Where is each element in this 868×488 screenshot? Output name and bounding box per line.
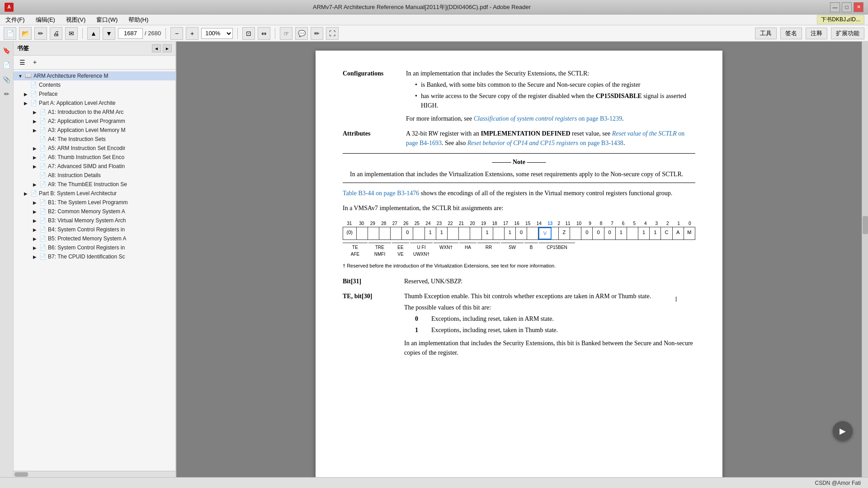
tree-item-a6[interactable]: ▶ 📄 A6: Thumb Instruction Set Enco <box>14 153 175 162</box>
bit-num-8: 8 <box>595 220 607 227</box>
tree-item-contents[interactable]: ▶ 📄 Contents <box>14 80 175 89</box>
bookmark-panel-btn[interactable]: 🔖 <box>1 45 12 56</box>
extensions-button[interactable]: 扩展功能 <box>831 28 864 39</box>
fit-page-button[interactable]: ⊡ <box>242 27 255 40</box>
expand-icon-a5[interactable]: ▶ <box>32 145 38 151</box>
float-scroll-button[interactable]: ▶ <box>833 421 853 441</box>
tree-item-a2[interactable]: ▶ 📄 A2: Application Level Programm <box>14 117 175 126</box>
menu-edit[interactable]: 编辑(E) <box>34 15 57 25</box>
sidebar-add-btn[interactable]: ＋ <box>30 57 40 67</box>
expand-icon-a6[interactable]: ▶ <box>32 154 38 160</box>
tree-item-b5[interactable]: ▶ 📄 B5: Protected Memory System A <box>14 234 175 243</box>
expand-icon-preface[interactable]: ▶ <box>23 91 29 97</box>
expand-icon-a9[interactable]: ▶ <box>32 181 38 188</box>
expand-icon-b7[interactable]: ▶ <box>32 253 38 260</box>
configurations-content: In an implementation that includes the S… <box>406 69 695 123</box>
menu-view[interactable]: 视图(V) <box>64 15 87 25</box>
next-page-button[interactable]: ▼ <box>103 27 115 40</box>
fullscreen-button[interactable]: ⛶ <box>326 27 339 40</box>
edit-button[interactable]: ✏ <box>34 27 47 40</box>
menu-help[interactable]: 帮助(H) <box>127 15 150 25</box>
bit-num-1: 1 <box>673 220 684 227</box>
zoom-in-button[interactable]: + <box>186 27 198 40</box>
expand-icon-root[interactable]: ▼ <box>17 73 24 79</box>
minimize-button[interactable]: — <box>830 2 840 12</box>
sidebar-expand-btn[interactable]: ► <box>163 44 172 52</box>
tree-item-a8[interactable]: ▶ 📄 A8: Instruction Details <box>14 171 175 180</box>
menu-window[interactable]: 窗口(W) <box>94 15 119 25</box>
expand-icon-a7[interactable]: ▶ <box>32 163 38 169</box>
tree-item-b7[interactable]: ▶ 📄 B7: The CPUID Identification Sc <box>14 252 175 261</box>
te-desc1: Exceptions, including reset, taken in Th… <box>431 325 558 335</box>
expand-icon-b1[interactable]: ▶ <box>32 199 38 206</box>
tree-item-b6[interactable]: ▶ 📄 B6: System Control Registers in <box>14 243 175 252</box>
new-button[interactable]: 📄 <box>4 27 16 40</box>
table-link[interactable]: Table B3-44 on page B3-1476 <box>343 190 419 197</box>
maximize-button[interactable]: □ <box>842 2 852 12</box>
tree-item-b3[interactable]: ▶ 📄 B3: Virtual Memory System Arch <box>14 216 175 225</box>
tree-item-root[interactable]: ▼ 📖 ARM Architecture Reference M <box>14 71 175 80</box>
attributes-label: Attributes <box>343 129 406 148</box>
tree-item-a7[interactable]: ▶ 📄 A7: Advanced SIMD and Floatin <box>14 162 175 171</box>
right-scrollbar[interactable] <box>862 42 868 477</box>
bit-val-24: 1 <box>425 227 436 239</box>
comment-panel-btn[interactable]: ✏ <box>1 89 12 99</box>
open-button[interactable]: 📂 <box>19 27 32 40</box>
tree-item-a1[interactable]: ▶ 📄 A1: Introduction to the ARM Arc <box>14 108 175 117</box>
sidebar-scrollbar[interactable] <box>14 471 175 477</box>
pdf-viewer[interactable]: Configurations In an implementation that… <box>176 42 862 477</box>
prev-page-button[interactable]: ▲ <box>87 27 100 40</box>
close-button[interactable]: ✕ <box>854 2 863 12</box>
attach-panel-btn[interactable]: 📎 <box>1 74 12 85</box>
reset-behavior-link[interactable]: Reset behavior of CP14 and CP15 register… <box>467 140 623 146</box>
tree-item-b2[interactable]: ▶ 📄 B2: Common Memory System A <box>14 207 175 216</box>
page-input[interactable] <box>118 28 143 39</box>
bit-val-22 <box>448 227 459 239</box>
sign-button[interactable]: 签名 <box>780 28 802 39</box>
tree-item-partA[interactable]: ▶ 📄 Part A: Application Level Archite <box>14 99 175 108</box>
expand-icon-b3[interactable]: ▶ <box>32 217 38 224</box>
tree-item-b1[interactable]: ▶ 📄 B1: The System Level Programm <box>14 198 175 207</box>
page-input-group: / 2680 <box>118 28 161 39</box>
bit-num-16: 16 <box>511 220 523 227</box>
expand-icon-partB[interactable]: ▶ <box>23 190 29 197</box>
expand-icon-partA[interactable]: ▶ <box>23 100 29 106</box>
tree-item-a4[interactable]: ▶ 📄 A4: The Instruction Sets <box>14 135 175 144</box>
tree-item-partB[interactable]: ▶ 📄 Part B: System Level Architectur <box>14 189 175 198</box>
menu-file[interactable]: 文件(F) <box>4 15 27 25</box>
tree-item-contents-label: Contents <box>39 82 61 88</box>
expand-icon-b2[interactable]: ▶ <box>32 208 38 215</box>
fit-width-button[interactable]: ⇔ <box>258 27 270 40</box>
tree-item-b2-label: B2: Common Memory System A <box>48 208 125 215</box>
tree-item-a5[interactable]: ▶ 📄 A5: ARM Instruction Set Encodir <box>14 144 175 153</box>
highlight-button[interactable]: ✏ <box>311 27 323 40</box>
expand-icon-a3[interactable]: ▶ <box>32 127 38 133</box>
zoom-out-button[interactable]: − <box>170 27 183 40</box>
email-button[interactable]: ✉ <box>65 27 78 40</box>
comment-toolbar-button[interactable]: 注释 <box>806 28 827 39</box>
sidebar-collapse-btn[interactable]: ◄ <box>152 44 161 52</box>
scrollbar-thumb[interactable] <box>863 216 868 234</box>
hand-tool-button[interactable]: ☞ <box>280 27 292 40</box>
expand-icon-b6[interactable]: ▶ <box>32 244 38 251</box>
tree-item-b4[interactable]: ▶ 📄 B4: System Control Registers in <box>14 225 175 234</box>
bit-val-3: 1 <box>650 227 661 239</box>
tree-item-preface[interactable]: ▶ 📄 Preface <box>14 89 175 99</box>
expand-icon-a2[interactable]: ▶ <box>32 118 38 124</box>
classification-link[interactable]: Classification of system control registe… <box>474 115 622 122</box>
expand-icon-b4[interactable]: ▶ <box>32 226 38 233</box>
print-button[interactable]: 🖨 <box>50 27 62 40</box>
expand-icon-a1[interactable]: ▶ <box>32 109 38 115</box>
tools-button[interactable]: 工具 <box>755 28 777 39</box>
zoom-select[interactable]: 100% 75% 125% 150% 200% <box>201 28 233 39</box>
tree-item-a3[interactable]: ▶ 📄 A3: Application Level Memory M <box>14 126 175 135</box>
sidebar-options-btn[interactable]: ☰ <box>17 57 27 67</box>
tree-item-a9[interactable]: ▶ 📄 A9: The ThumbEE Instruction Se <box>14 180 175 189</box>
expand-icon-b5[interactable]: ▶ <box>32 235 38 242</box>
comment-button[interactable]: 💬 <box>295 27 308 40</box>
configurations-bullet1: is Banked, with some bits common to the … <box>415 80 695 89</box>
note-box: ——— Note ——— In an implementation that i… <box>343 153 695 183</box>
toolbar-right: 工具 签名 注释 扩展功能 <box>755 28 864 39</box>
pages-panel-btn[interactable]: 📄 <box>1 60 12 70</box>
sidebar-scrollbar-thumb[interactable] <box>14 472 28 477</box>
